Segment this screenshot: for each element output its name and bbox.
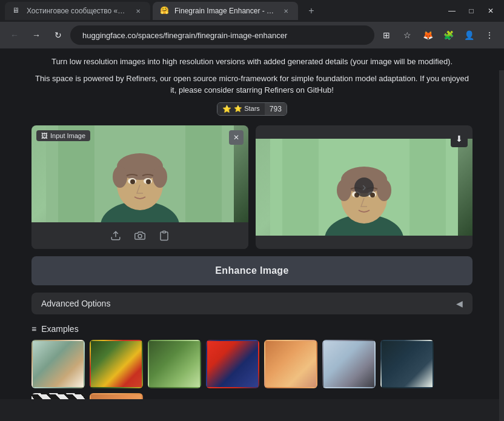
output-image-panel: ⬇ › [256,125,472,249]
tab-close-2[interactable]: ✕ [281,6,291,16]
input-image-panel: 🖼 Input Image ✕ [31,125,248,249]
forward-button[interactable]: → [27,25,46,45]
example-thumb-8[interactable] [31,393,85,400]
tab-title-2: Finegrain Image Enhancer - a H… [174,7,276,15]
examples-grid-row2 [31,393,472,400]
tab-finegrain[interactable]: 🤗 Finegrain Image Enhancer - a H… ✕ [153,2,298,20]
cast-button[interactable]: ⊞ [377,25,396,45]
tab-close-1[interactable]: ✕ [133,6,143,16]
maximize-button[interactable]: □ [463,4,480,18]
examples-label: Examples [41,324,78,334]
examples-icon: ≡ [31,324,36,334]
examples-grid [31,340,472,388]
clipboard-button[interactable] [156,227,173,244]
new-tab-button[interactable]: + [303,2,320,19]
example-thumb-5[interactable] [264,340,317,388]
bookmark-button[interactable]: ☆ [397,25,417,45]
input-image-label: 🖼 Input Image [36,130,90,141]
upload-button[interactable] [107,227,124,244]
svg-point-22 [337,179,351,201]
stars-count: 793 [265,103,287,115]
examples-header: ≡ Examples [31,324,472,334]
address-bar[interactable]: huggingface.co/spaces/finegrain/finegrai… [70,25,374,45]
svg-rect-14 [163,231,166,233]
tab-title-1: Хостинговое сообщество «Тin… [27,7,128,15]
reload-button[interactable]: ↻ [48,25,68,45]
menu-button[interactable]: ⋮ [480,25,499,45]
enhance-image-button[interactable]: Enhance Image [31,256,472,285]
tab-favicon-1: 🖥 [12,6,22,16]
url-text: huggingface.co/spaces/finegrain/finegrai… [82,31,367,40]
download-button[interactable]: ⬇ [451,130,468,147]
page-inner: Turn low resolution images into high res… [22,48,482,399]
input-image-toolbar [31,222,248,249]
tab-hosting[interactable]: 🖥 Хостинговое сообщество «Тin… ✕ [5,2,150,20]
description-text: Turn low resolution images into high res… [31,56,472,68]
account-button[interactable]: 👤 [459,25,479,45]
svg-point-12 [146,179,151,184]
page-content: Turn low resolution images into high res… [0,48,504,399]
arrow-divider: › [354,177,374,197]
browser-chrome: 🖥 Хостинговое сообщество «Тin… ✕ 🤗 Fineg… [0,0,504,48]
svg-point-23 [377,179,391,201]
svg-rect-16 [282,139,319,236]
example-thumb-2[interactable] [90,340,143,388]
refiners-text: This space is powered by Refiners, our o… [31,73,472,96]
svg-rect-2 [185,125,222,222]
chevron-icon: ◀ [456,299,463,308]
example-thumb-6[interactable] [322,340,376,388]
clear-image-button[interactable]: ✕ [229,130,244,145]
minimize-button[interactable]: — [443,4,460,18]
example-thumb-9[interactable] [90,393,143,400]
example-thumb-4[interactable] [206,340,259,388]
extension-button[interactable]: 🧩 [439,25,458,45]
svg-point-11 [130,179,135,184]
github-stars: ⭐ ⭐ Stars 793 [31,102,472,116]
image-label-icon: 🖼 [41,132,48,139]
example-thumb-1[interactable] [31,340,85,388]
stars-badge[interactable]: ⭐ ⭐ Stars 793 [217,102,287,116]
svg-point-13 [138,234,142,237]
back-button[interactable]: ← [5,25,24,45]
close-button[interactable]: ✕ [482,4,499,18]
star-icon: ⭐ [222,105,231,113]
nav-actions: ⊞ ☆ 🦊 🧩 👤 ⋮ [377,25,499,45]
svg-point-8 [153,166,167,188]
profile-button[interactable]: 🦊 [418,25,437,45]
images-section: 🖼 Input Image ✕ [31,125,472,249]
advanced-options-label: Advanced Options [41,299,110,308]
example-thumb-7[interactable] [380,340,434,388]
stars-label: ⭐ ⭐ Stars [217,103,265,115]
svg-point-7 [113,166,127,188]
example-thumb-3[interactable] [148,340,201,388]
advanced-options-panel[interactable]: Advanced Options ◀ [31,293,472,314]
title-bar: 🖥 Хостинговое сообщество «Тin… ✕ 🤗 Fineg… [0,0,504,22]
nav-bar: ← → ↻ huggingface.co/spaces/finegrain/fi… [0,22,504,48]
svg-rect-17 [409,139,446,236]
camera-button[interactable] [131,227,148,244]
tab-favicon-2: 🤗 [160,6,170,16]
examples-section: ≡ Examples [31,324,472,400]
